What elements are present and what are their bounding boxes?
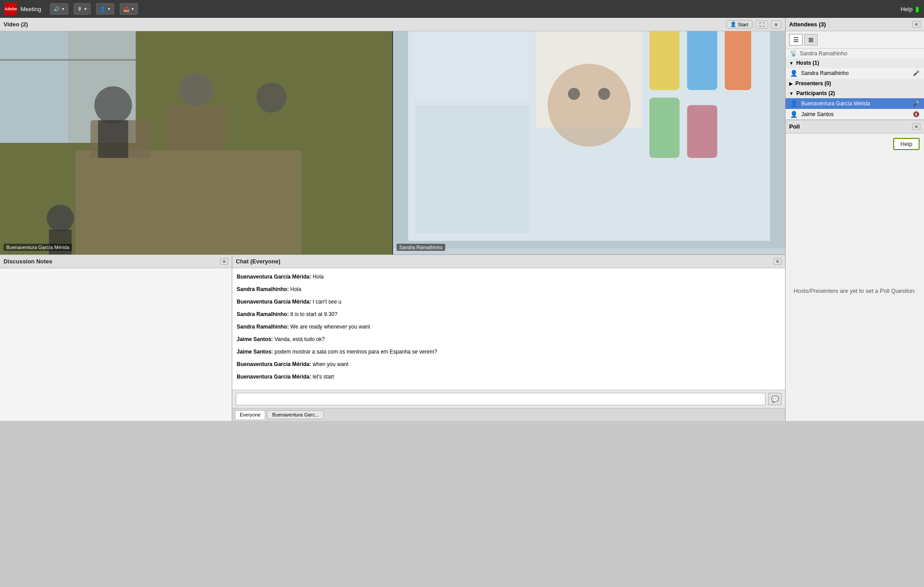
- video-menu-button[interactable]: ≡: [771, 21, 782, 29]
- meeting-title: Meeting: [21, 6, 41, 12]
- left-column: Video (2) 👤 Start ⛶ ≡: [0, 18, 786, 421]
- share-button[interactable]: 📤 ▼: [120, 3, 138, 15]
- right-column: Attendees (3) ≡ ☰ ⊞ 📡 Sandra Ramalhinho …: [786, 18, 924, 421]
- start-button[interactable]: 👤 Start: [726, 20, 752, 29]
- discussion-menu-button[interactable]: ≡: [220, 258, 228, 265]
- svg-rect-28: [393, 248, 785, 254]
- list-icon: ☰: [793, 36, 799, 43]
- attendee-mic-sandra: 🎤: [913, 70, 920, 76]
- mic-caret: ▼: [84, 7, 87, 11]
- svg-point-10: [180, 74, 213, 107]
- attendees-panel: Attendees (3) ≡ ☰ ⊞ 📡 Sandra Ramalhinho …: [786, 18, 924, 120]
- help-button[interactable]: Help ▊: [901, 6, 920, 12]
- attendee-row-sandra-host: 👤 Sandra Ramalhinho 🎤: [786, 68, 924, 79]
- attendee-name-sandra-host: Sandra Ramalhinho: [801, 70, 909, 76]
- chat-message: Buenaventura García Mérida: when you wan…: [237, 360, 781, 368]
- feed-left-label: Buenaventura García Mérida: [4, 244, 72, 251]
- chat-sender: Buenaventura García Mérida:: [237, 374, 311, 380]
- svg-rect-20: [649, 31, 680, 90]
- attendees-title: Attendees (3): [789, 21, 826, 28]
- chat-sender: Jaime Santos:: [237, 336, 273, 342]
- video-feed-right: Sandra Ramalhinho: [393, 31, 785, 254]
- chat-tabs: Everyone Buenaventura Garc...: [232, 408, 785, 421]
- signal-icon: ▊: [916, 7, 920, 12]
- attendees-view-buttons: ☰ ⊞: [786, 31, 924, 49]
- participants-section-header[interactable]: ▼ Participants (2): [786, 88, 924, 98]
- send-button[interactable]: 💬: [768, 393, 782, 405]
- poll-header: Poll ≡: [786, 120, 924, 133]
- video-panel: Video (2) 👤 Start ⛶ ≡: [0, 18, 785, 255]
- attendee-icon-sandra: 👤: [790, 70, 798, 77]
- svg-rect-18: [416, 105, 529, 233]
- fullscreen-button[interactable]: ⛶: [755, 21, 768, 29]
- hosts-section-header[interactable]: ▼ Hosts (1): [786, 58, 924, 68]
- chat-message: Sandra Ramalhinho: It is to start at 9.3…: [237, 310, 781, 318]
- person-icon-small: 👤: [730, 21, 736, 27]
- person-toolbar-group: 👤 ▼: [96, 3, 114, 15]
- hosts-label: Hosts (1): [796, 60, 819, 66]
- participants-arrow: ▼: [789, 91, 794, 96]
- connected-user: 📡 Sandra Ramalhinho: [786, 49, 924, 58]
- svg-rect-9: [98, 120, 129, 158]
- attendee-icon-buenaventura: 👤: [790, 100, 798, 107]
- chat-sender: Buenaventura García Mérida:: [237, 274, 311, 280]
- video-content: Buenaventura García Mérida: [0, 31, 785, 254]
- bottom-panels: Discussion Notes ≡ Chat (Everyone) ≡ Bue…: [0, 255, 785, 421]
- discussion-title: Discussion Notes: [4, 258, 52, 265]
- chat-sender: Buenaventura García Mérida:: [237, 299, 311, 305]
- chat-sender: Sandra Ramalhinho:: [237, 324, 289, 330]
- person-icon: 👤: [100, 6, 106, 12]
- chat-message: Jaime Santos: podem mostrar a sala com o…: [237, 348, 781, 356]
- chat-title: Chat (Everyone): [236, 258, 280, 265]
- video-feed-left: Buenaventura García Mérida: [0, 31, 393, 254]
- fullscreen-icon: ⛶: [759, 22, 764, 27]
- chat-sender: Sandra Ramalhinho:: [237, 286, 289, 292]
- svg-rect-7: [166, 105, 226, 150]
- mic-icon: 🎙: [77, 6, 82, 12]
- attendees-menu-button[interactable]: ≡: [912, 21, 920, 28]
- chat-tab-everyone[interactable]: Everyone: [235, 410, 265, 419]
- audio-button[interactable]: 🔊 ▼: [50, 3, 68, 15]
- poll-help-button[interactable]: Help: [893, 138, 920, 150]
- poll-menu-button[interactable]: ≡: [912, 123, 920, 130]
- poll-content: Help Hosts/Presenters are yet to set a P…: [786, 133, 924, 421]
- chat-input[interactable]: [236, 393, 765, 405]
- adobe-logo: Adobe: [4, 3, 17, 15]
- audio-icon: 🔊: [54, 6, 60, 12]
- svg-rect-2: [0, 31, 68, 143]
- list-view-button[interactable]: ☰: [789, 34, 803, 46]
- attendee-row-jaime: 👤 Jaime Santos 🔇: [786, 109, 924, 120]
- send-icon: 💬: [771, 395, 779, 403]
- person-caret: ▼: [107, 7, 111, 11]
- share-toolbar-group: 📤 ▼: [120, 3, 138, 15]
- mic-button[interactable]: 🎙 ▼: [74, 3, 91, 15]
- video-controls: 👤 Start ⛶ ≡: [726, 20, 782, 29]
- grid-icon: ⊞: [808, 36, 814, 43]
- chat-messages: Buenaventura García Mérida: HolaSandra R…: [232, 268, 785, 390]
- attendee-mic-buenaventura: 🎤: [913, 100, 920, 107]
- feed-right-background: [393, 31, 785, 254]
- share-caret: ▼: [131, 7, 134, 11]
- chat-message: Buenaventura García Mérida: I can't see …: [237, 298, 781, 306]
- board-svg: [393, 31, 785, 254]
- participants-label: Participants (2): [796, 90, 835, 96]
- attendee-row-buenaventura: 👤 Buenaventura García Mérida 🎤: [786, 98, 924, 109]
- grid-view-button[interactable]: ⊞: [804, 34, 818, 46]
- presenters-section-header[interactable]: ▶ Presenters (0): [786, 79, 924, 88]
- svg-point-26: [568, 88, 580, 100]
- main-layout: Video (2) 👤 Start ⛶ ≡: [0, 18, 924, 587]
- discussion-panel: Discussion Notes ≡: [0, 255, 232, 421]
- video-panel-title: Video (2): [4, 21, 28, 28]
- hosts-arrow: ▼: [789, 61, 794, 66]
- chat-message: Buenaventura García Mérida: let's start: [237, 373, 781, 381]
- chat-menu-button[interactable]: ≡: [773, 258, 782, 265]
- person-button[interactable]: 👤 ▼: [96, 3, 114, 15]
- chat-message: Buenaventura García Mérida: Hola: [237, 273, 781, 281]
- connected-icon: 📡: [790, 50, 797, 57]
- svg-point-11: [256, 83, 287, 113]
- chat-tab-buenaventura[interactable]: Buenaventura Garc...: [267, 410, 324, 419]
- svg-point-25: [548, 64, 631, 147]
- svg-rect-24: [687, 105, 718, 158]
- connected-user-name: Sandra Ramalhinho: [800, 50, 847, 57]
- audio-toolbar-group: 🔊 ▼: [50, 3, 68, 15]
